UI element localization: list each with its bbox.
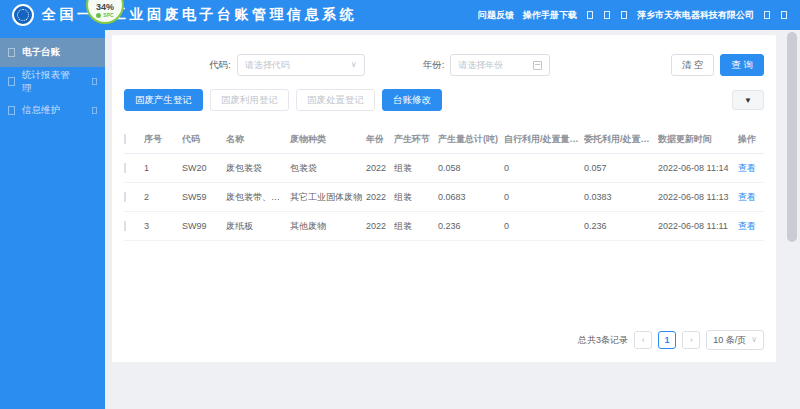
page-1-button[interactable]: 1 xyxy=(658,331,676,349)
year-input[interactable]: 请选择年份 xyxy=(450,54,550,76)
col-name: 名称 xyxy=(226,133,290,146)
col-total: 产生量总计(吨) xyxy=(438,133,504,146)
cell-name: 废包装带、废胶带 xyxy=(226,191,290,204)
cell-self: 0 xyxy=(504,163,584,173)
toolbar-icon-3[interactable] xyxy=(621,11,627,19)
cell-code: SW59 xyxy=(182,192,226,202)
view-link[interactable]: 查看 xyxy=(738,163,756,173)
sidebar-item-maintenance[interactable]: 信息维护 xyxy=(0,96,105,125)
caret-down-icon: ▼ xyxy=(744,96,752,105)
user-icon[interactable] xyxy=(764,11,770,19)
filter-bar: 代码: 请选择代码 ∨ 年份: 请选择年份 清 空 查 询 xyxy=(124,53,764,77)
col-entrust-disposal: 委托利用/处置量(吨) xyxy=(584,133,658,146)
code-select-placeholder: 请选择代码 xyxy=(245,59,290,72)
sidebar-item-label: 统计报表管理 xyxy=(22,69,78,95)
year-label: 年份: xyxy=(423,59,445,72)
cell-name: 废纸板 xyxy=(226,220,290,233)
sidebar: 电子台账 统计报表管理 信息维护 xyxy=(0,30,105,409)
cell-type: 包装袋 xyxy=(290,162,366,175)
sidebar-item-label: 信息维护 xyxy=(22,104,60,117)
expand-arrow-icon xyxy=(92,107,97,114)
cell-entrust: 0.0383 xyxy=(584,192,658,202)
cell-code: SW99 xyxy=(182,221,226,231)
cell-total: 0.0683 xyxy=(438,192,504,202)
waste-generation-register-button[interactable]: 固废产生登记 xyxy=(124,89,203,111)
col-type: 废物种类 xyxy=(290,133,366,146)
code-select[interactable]: 请选择代码 ∨ xyxy=(237,54,365,76)
company-name: 萍乡市天东电器科技有限公司 xyxy=(637,9,754,22)
cell-year: 2022 xyxy=(366,221,394,231)
view-link[interactable]: 查看 xyxy=(738,221,756,231)
col-year: 年份 xyxy=(366,133,394,146)
cell-self: 0 xyxy=(504,192,584,202)
reports-icon xyxy=(8,77,15,86)
cell-type: 其他废物 xyxy=(290,220,366,233)
search-button[interactable]: 查 询 xyxy=(720,54,764,76)
view-link[interactable]: 查看 xyxy=(738,192,756,202)
cell-updated: 2022-06-08 11:11 xyxy=(658,221,738,231)
col-no: 序号 xyxy=(144,133,182,146)
table-header-row: 序号 代码 名称 废物种类 年份 产生环节 产生量总计(吨) 自行利用/处置量(… xyxy=(124,125,764,154)
badge-label: SPC xyxy=(103,12,113,18)
cell-type: 其它工业固体废物 xyxy=(290,191,366,204)
waste-disposal-register-button[interactable]: 固废处置登记 xyxy=(296,89,375,111)
cell-stage: 组装 xyxy=(394,191,438,204)
row-checkbox[interactable] xyxy=(124,192,126,202)
cell-total: 0.058 xyxy=(438,163,504,173)
filter-buttons: 清 空 查 询 xyxy=(671,54,764,76)
cell-entrust: 0.057 xyxy=(584,163,658,173)
sidebar-item-reports[interactable]: 统计报表管理 xyxy=(0,67,105,96)
feedback-link[interactable]: 问题反馈 xyxy=(478,9,514,22)
col-self-disposal: 自行利用/处置量(吨) xyxy=(504,133,584,146)
next-page-button[interactable]: › xyxy=(682,331,700,349)
col-updated: 数据更新时间 xyxy=(658,133,738,146)
code-label: 代码: xyxy=(209,59,231,72)
cell-no: 1 xyxy=(144,163,182,173)
column-settings-button[interactable]: ▼ xyxy=(732,90,764,110)
app-logo-icon xyxy=(12,4,34,26)
toolbar-icon-2[interactable] xyxy=(604,11,610,19)
year-input-placeholder: 请选择年份 xyxy=(458,59,503,72)
cell-year: 2022 xyxy=(366,163,394,173)
manual-download-link[interactable]: 操作手册下载 xyxy=(523,9,577,22)
col-stage: 产生环节 xyxy=(394,133,438,146)
sidebar-item-ledger[interactable]: 电子台账 xyxy=(0,38,105,67)
cell-name: 废包装袋 xyxy=(226,162,290,175)
cell-self: 0 xyxy=(504,221,584,231)
logout-icon[interactable] xyxy=(781,11,787,19)
chevron-down-icon: ∨ xyxy=(351,61,357,69)
badge-sub: SPC xyxy=(96,12,113,18)
table-row: 1 SW20 废包装袋 包装袋 2022 组装 0.058 0 0.057 20… xyxy=(124,154,764,183)
waste-utilization-register-button[interactable]: 固废利用登记 xyxy=(210,89,289,111)
vertical-scrollbar[interactable] xyxy=(787,32,797,242)
page-size-select[interactable]: 10 条/页 ∨ xyxy=(706,330,764,350)
toolbar-icon-1[interactable] xyxy=(587,11,593,19)
action-bar: 固废产生登记 固废利用登记 固废处置登记 台账修改 ▼ xyxy=(124,89,764,111)
app-logo-emblem xyxy=(17,9,29,21)
cell-total: 0.236 xyxy=(438,221,504,231)
page-size-value: 10 条/页 xyxy=(713,334,746,347)
expand-arrow-icon xyxy=(92,78,97,85)
ledger-modify-button[interactable]: 台账修改 xyxy=(382,89,442,111)
cell-updated: 2022-06-08 11:13 xyxy=(658,192,738,202)
brand: 全国一般工业固废电子台账管理信息系统 xyxy=(12,4,357,26)
col-code: 代码 xyxy=(182,133,226,146)
ledger-icon xyxy=(8,48,15,57)
select-all-checkbox[interactable] xyxy=(124,134,126,144)
sidebar-item-label: 电子台账 xyxy=(22,46,60,59)
ledger-table: 序号 代码 名称 废物种类 年份 产生环节 产生量总计(吨) 自行利用/处置量(… xyxy=(124,125,764,241)
prev-page-button[interactable]: ‹ xyxy=(634,331,652,349)
main-card: 代码: 请选择代码 ∨ 年份: 请选择年份 清 空 查 询 固废产生登记 固废利… xyxy=(112,35,776,362)
badge-percent: 34% xyxy=(96,3,114,12)
table-row: 2 SW59 废包装带、废胶带 其它工业固体废物 2022 组装 0.0683 … xyxy=(124,183,764,212)
cell-entrust: 0.236 xyxy=(584,221,658,231)
maintenance-icon xyxy=(8,106,15,115)
cell-year: 2022 xyxy=(366,192,394,202)
clear-button[interactable]: 清 空 xyxy=(671,54,715,76)
cell-stage: 组装 xyxy=(394,220,438,233)
row-checkbox[interactable] xyxy=(124,163,126,173)
topbar-links: 问题反馈 操作手册下载 萍乡市天东电器科技有限公司 xyxy=(478,9,788,22)
row-checkbox[interactable] xyxy=(124,221,126,231)
calendar-icon xyxy=(533,61,542,70)
cell-stage: 组装 xyxy=(394,162,438,175)
